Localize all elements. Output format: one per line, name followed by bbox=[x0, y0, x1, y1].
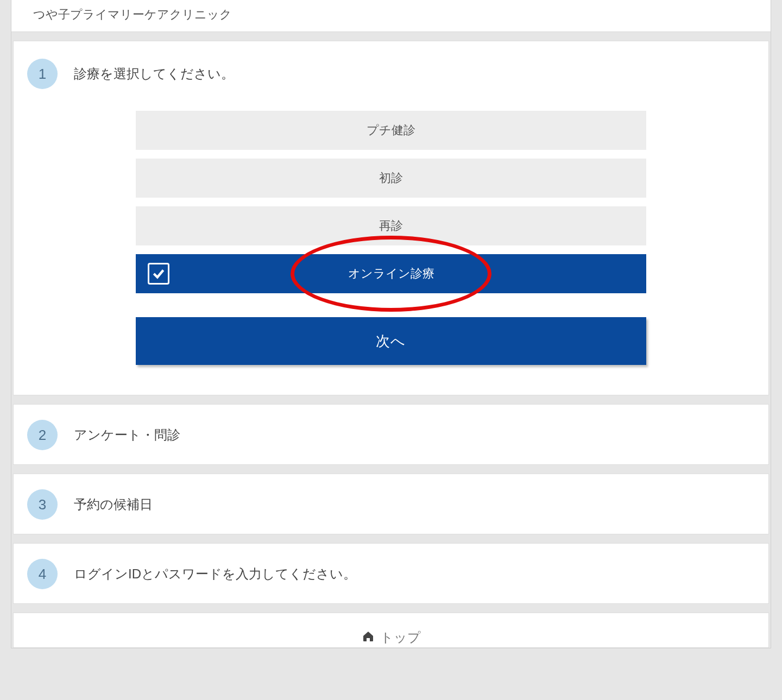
back-to-top-link[interactable]: トップ bbox=[13, 613, 769, 648]
footer-top-label: トップ bbox=[380, 629, 421, 646]
step-2-title: アンケート・問診 bbox=[74, 426, 180, 444]
option-label: 再診 bbox=[379, 218, 403, 234]
clinic-title: つや子プライマリーケアクリニック bbox=[11, 0, 771, 32]
step-3-number-badge: 3 bbox=[27, 489, 58, 520]
step-3-title: 予約の候補日 bbox=[74, 496, 153, 513]
option-online-consult[interactable]: オンライン診療 bbox=[136, 254, 646, 293]
option-label: 初診 bbox=[379, 170, 403, 186]
step-2-panel[interactable]: 2 アンケート・問診 bbox=[13, 404, 769, 465]
step-1-number-badge: 1 bbox=[27, 59, 58, 89]
home-icon bbox=[362, 630, 375, 646]
option-revisit[interactable]: 再診 bbox=[136, 206, 646, 245]
checkbox-icon bbox=[148, 263, 169, 285]
step-2-number-badge: 2 bbox=[27, 420, 58, 450]
step-4-panel[interactable]: 4 ログインIDとパスワードを入力してください。 bbox=[13, 543, 769, 604]
step-1-panel: 1 診療を選択してください。 プチ健診 初診 再診 オンライン診療 次へ bbox=[13, 41, 769, 395]
option-label: プチ健診 bbox=[367, 122, 415, 138]
next-button[interactable]: 次へ bbox=[136, 317, 646, 365]
option-label: オンライン診療 bbox=[348, 266, 434, 282]
option-petit-checkup[interactable]: プチ健診 bbox=[136, 111, 646, 150]
step-4-title: ログインIDとパスワードを入力してください。 bbox=[74, 565, 356, 583]
treatment-options: プチ健診 初診 再診 オンライン診療 次へ bbox=[136, 111, 646, 365]
step-4-number-badge: 4 bbox=[27, 559, 58, 589]
step-3-panel[interactable]: 3 予約の候補日 bbox=[13, 474, 769, 534]
next-button-label: 次へ bbox=[376, 332, 406, 351]
step-1-title: 診療を選択してください。 bbox=[74, 65, 234, 83]
option-first-visit[interactable]: 初診 bbox=[136, 159, 646, 198]
